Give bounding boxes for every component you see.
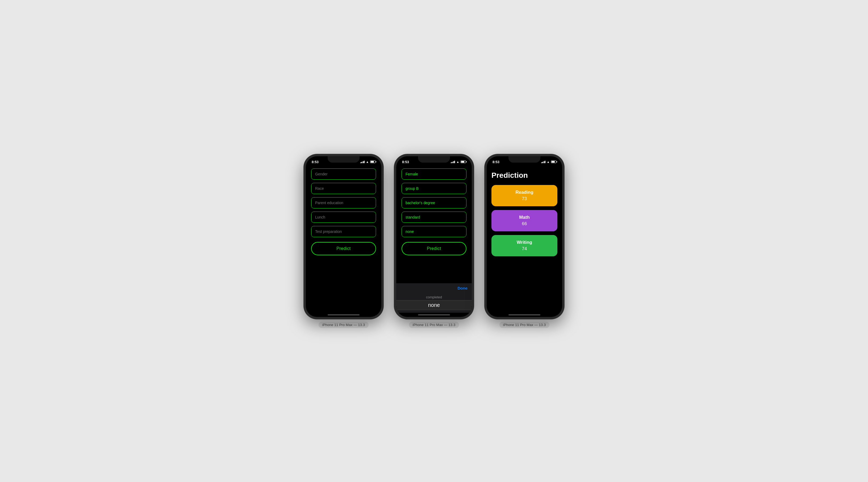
wifi-icon: ▲	[366, 160, 369, 163]
phone2-wrapper: 8:53 ▲	[394, 154, 474, 328]
battery-icon	[370, 161, 375, 163]
race-input2[interactable]	[402, 183, 466, 194]
phone3-wrapper: 8:53 ▲ Prediction Read	[485, 154, 564, 328]
writing-value: 74	[522, 246, 527, 252]
signal-icon3	[541, 161, 546, 163]
battery-icon3	[551, 161, 556, 163]
picker-area[interactable]: completed none	[396, 292, 472, 313]
reading-value: 73	[522, 196, 527, 201]
phone2-label: iPhone 11 Pro Max — 13.3	[409, 322, 459, 328]
phone1-device: 8:53 ▲	[304, 154, 383, 319]
picker-done-bar: Done	[396, 283, 472, 292]
test-preparation-input2[interactable]	[402, 226, 466, 237]
phone2-app-content: Predict	[396, 166, 472, 283]
status-time: 8:53	[312, 160, 318, 164]
writing-card: Writing 74	[491, 235, 557, 256]
writing-label: Writing	[517, 240, 532, 245]
reading-label: Reading	[516, 190, 533, 195]
lunch-input[interactable]	[311, 211, 376, 223]
gender-input2[interactable]	[402, 168, 466, 180]
race-input[interactable]	[311, 183, 376, 194]
notch3	[508, 156, 540, 163]
status-time3: 8:53	[493, 160, 499, 164]
lunch-input2[interactable]	[402, 211, 466, 223]
status-icons2: ▲	[451, 160, 466, 163]
phone2-screen: 8:53 ▲	[396, 156, 472, 317]
predict-button2[interactable]: Predict	[402, 242, 466, 255]
phone2-device: 8:53 ▲	[394, 154, 474, 319]
notch2	[418, 156, 450, 163]
phone3-screen: 8:53 ▲ Prediction Read	[487, 156, 562, 317]
math-label: Math	[519, 215, 530, 220]
reading-card: Reading 73	[491, 185, 557, 206]
signal-icon2	[451, 161, 455, 163]
phone1-app-content: Predict	[306, 166, 381, 313]
status-icons3: ▲	[541, 160, 556, 163]
wifi-icon3: ▲	[547, 160, 550, 163]
status-time2: 8:53	[402, 160, 409, 164]
status-icons: ▲	[360, 160, 375, 163]
parent-education-input2[interactable]	[402, 197, 466, 208]
phone1-wrapper: 8:53 ▲	[304, 154, 383, 328]
picker-done-button[interactable]: Done	[458, 286, 468, 290]
wifi-icon2: ▲	[456, 160, 459, 163]
gender-input[interactable]	[311, 168, 376, 180]
parent-education-input[interactable]	[311, 197, 376, 208]
prediction-title: Prediction	[491, 171, 557, 180]
notch	[328, 156, 360, 163]
signal-icon	[360, 161, 365, 163]
phone1-screen: 8:53 ▲	[306, 156, 381, 317]
home-indicator2	[418, 314, 450, 315]
math-value: 66	[522, 221, 527, 226]
phone3-label: iPhone 11 Pro Max — 13.3	[499, 322, 550, 328]
home-indicator3	[508, 314, 540, 315]
prediction-screen: Prediction Reading 73 Math 66 Writing 74	[487, 166, 562, 313]
phone3-device: 8:53 ▲ Prediction Read	[485, 154, 564, 319]
test-preparation-input[interactable]	[311, 226, 376, 237]
phone1-label: iPhone 11 Pro Max — 13.3	[318, 322, 369, 328]
math-card: Math 66	[491, 210, 557, 231]
picker-value[interactable]: none	[396, 300, 472, 310]
predict-button[interactable]: Predict	[311, 242, 376, 255]
picker-label: completed	[396, 295, 472, 299]
home-indicator	[328, 314, 360, 315]
battery-icon2	[461, 161, 466, 163]
